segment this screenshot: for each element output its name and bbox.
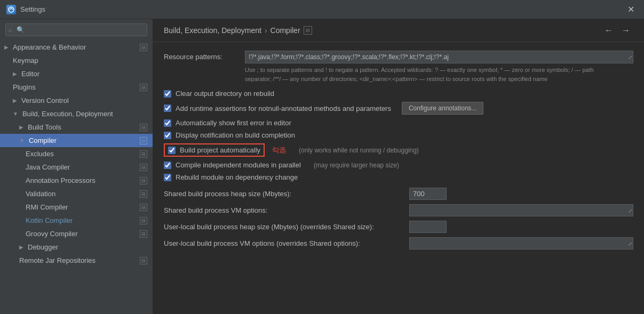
sidebar-item-plugins[interactable]: Plugins ⊟ (0, 80, 153, 94)
sidebar-label-appearance: Appearance & Behavior (13, 43, 86, 51)
sidebar-icon-annotation: ⊟ (140, 177, 147, 184)
expand-arrow-tools: ▶ (19, 124, 23, 130)
sidebar-icon-excludes: ⊟ (140, 150, 147, 158)
expand-arrow-appearance: ▶ (4, 44, 9, 50)
breadcrumb-current: Compiler (271, 26, 300, 35)
shared-heap-input[interactable] (409, 188, 447, 200)
checkbox-build-auto-label: Build project automatically (180, 146, 260, 154)
sidebar-label-keymap: Keymap (13, 57, 38, 65)
app-icon (6, 5, 16, 14)
sidebar-icon-remote-jar: ⊟ (140, 257, 147, 264)
user-vm-expand-icon[interactable]: ⤢ (628, 240, 632, 246)
checkbox-auto-show-input[interactable] (164, 119, 171, 127)
breadcrumb: Build, Execution, Deployment › Compiler … (164, 26, 312, 35)
content-body: Resource patterns: ⤢ Use ; to separate p… (153, 42, 644, 314)
content-header: Build, Execution, Deployment › Compiler … (153, 19, 644, 42)
checkbox-add-runtime-label: Add runtime assertions for notnull-annot… (176, 104, 391, 112)
sidebar-label-editor: Editor (21, 70, 39, 78)
build-auto-annotation: 勾选 (272, 146, 286, 155)
checkbox-rebuild-label: Rebuild module on dependency change (176, 173, 298, 181)
expand-icon[interactable]: ⤢ (628, 54, 632, 60)
nav-arrows: ← → (601, 25, 633, 36)
sidebar-label-excludes: Excludes (26, 150, 54, 158)
forward-button[interactable]: → (618, 25, 633, 36)
shared-vm-input[interactable] (409, 204, 633, 216)
sidebar: ⌕ ▶ Appearance & Behavior ⊟ Keymap ▶ Edi… (0, 19, 153, 314)
configure-annotations-button[interactable]: Configure annotations... (402, 102, 483, 115)
expand-arrow-editor: ▶ (13, 71, 17, 77)
sidebar-item-rmi[interactable]: RMI Compiler ⊟ (0, 200, 153, 214)
sidebar-item-groovy[interactable]: Groovy Compiler ⊟ (0, 227, 153, 240)
resource-patterns-row: Resource patterns: ⤢ (164, 51, 633, 63)
search-box[interactable]: ⌕ (5, 23, 147, 36)
checkbox-rebuild-dependency: Rebuild module on dependency change (164, 173, 633, 181)
shared-vm-expand-icon[interactable]: ⤢ (628, 207, 632, 213)
user-heap-label: User-local build process heap size (Mbyt… (164, 223, 409, 231)
checkbox-rebuild-input[interactable] (164, 174, 171, 181)
breadcrumb-icon: ⊟ (304, 26, 312, 35)
checkbox-auto-show-label: Automatically show first error in editor (176, 119, 291, 127)
sidebar-label-java-compiler: Java Compiler (26, 163, 70, 171)
search-icon: ⌕ (9, 27, 12, 33)
sidebar-icon-kotlin: ⊟ (140, 217, 147, 224)
hint-text: Use ; to separate patterns and ! to nega… (245, 66, 608, 83)
checkbox-clear-output-label: Clear output directory on rebuild (176, 90, 274, 98)
sidebar-item-version-control[interactable]: ▶ Version Control (0, 94, 153, 107)
sidebar-icon-compiler: ⊟ (140, 137, 147, 144)
sidebar-item-compiler[interactable]: ▼ Compiler ⊟ (0, 134, 153, 147)
sidebar-item-debugger[interactable]: ▶ Debugger (0, 240, 153, 254)
user-vm-input-wrap: ⤢ (409, 237, 633, 249)
checkbox-compile-parallel-label: Compile independent modules in parallel (176, 161, 301, 169)
sidebar-item-excludes[interactable]: Excludes ⊟ (0, 147, 153, 160)
sidebar-item-editor[interactable]: ▶ Editor (0, 67, 153, 80)
expand-arrow-vc: ▶ (13, 98, 17, 103)
sidebar-label-plugins: Plugins (13, 83, 36, 91)
sidebar-icon-build-tools: ⊟ (140, 124, 147, 131)
sidebar-icon-java-compiler: ⊟ (140, 164, 147, 171)
sidebar-icon-plugins: ⊟ (140, 84, 147, 91)
content-area: Build, Execution, Deployment › Compiler … (153, 19, 644, 314)
sidebar-item-build-execution[interactable]: ▼ Build, Execution, Deployment (0, 107, 153, 120)
shared-heap-row: Shared build process heap size (Mbytes): (164, 188, 633, 200)
sidebar-item-appearance[interactable]: ▶ Appearance & Behavior ⊟ (0, 41, 153, 54)
checkbox-add-runtime-input[interactable] (164, 104, 171, 112)
sidebar-item-keymap[interactable]: Keymap (0, 54, 153, 67)
sidebar-label-annotation: Annotation Processors (26, 176, 96, 184)
sidebar-item-build-tools[interactable]: ▶ Build Tools ⊟ (0, 120, 153, 134)
back-button[interactable]: ← (601, 25, 616, 36)
checkbox-display-notification: Display notification on build completion (164, 131, 633, 139)
expand-arrow-compiler: ▼ (19, 138, 25, 143)
close-button[interactable]: ✕ (624, 3, 638, 15)
user-heap-input[interactable] (409, 221, 447, 233)
expand-arrow-build: ▼ (13, 111, 18, 117)
user-vm-input[interactable] (409, 237, 633, 249)
checkbox-clear-output-input[interactable] (164, 90, 171, 98)
user-vm-row: User-local build process VM options (ove… (164, 237, 633, 249)
sidebar-label-build-tools: Build Tools (28, 123, 61, 131)
sidebar-icon-appearance: ⊟ (140, 44, 147, 51)
checkbox-compile-parallel: Compile independent modules in parallel … (164, 161, 633, 169)
user-vm-label: User-local build process VM options (ove… (164, 239, 409, 247)
search-input[interactable] (5, 23, 147, 36)
sidebar-item-validation[interactable]: Validation ⊟ (0, 187, 153, 200)
sidebar-label-vc: Version Control (21, 96, 69, 104)
checkbox-display-notification-input[interactable] (164, 132, 171, 139)
checkbox-clear-output: Clear output directory on rebuild (164, 90, 633, 98)
window-title: Settings (20, 5, 45, 13)
sidebar-item-kotlin[interactable]: Kotlin Compiler ⊟ (0, 214, 153, 227)
sidebar-item-remote-jar[interactable]: Remote Jar Repositories ⊟ (0, 254, 153, 267)
sidebar-label-remote-jar: Remote Jar Repositories (19, 256, 96, 264)
sidebar-label-compiler: Compiler (29, 136, 57, 144)
shared-heap-label: Shared build process heap size (Mbytes): (164, 190, 409, 198)
sidebar-item-annotation[interactable]: Annotation Processors ⊟ (0, 174, 153, 187)
shared-vm-input-wrap: ⤢ (409, 204, 633, 216)
sidebar-icon-rmi: ⊟ (140, 204, 147, 211)
breadcrumb-separator: › (265, 26, 267, 35)
checkbox-display-notification-label: Display notification on build completion (176, 131, 295, 139)
sidebar-icon-validation: ⊟ (140, 190, 147, 198)
sidebar-label-build: Build, Execution, Deployment (22, 110, 113, 118)
resource-patterns-input[interactable] (245, 51, 633, 63)
checkbox-compile-parallel-input[interactable] (164, 162, 171, 169)
sidebar-item-java-compiler[interactable]: Java Compiler ⊟ (0, 160, 153, 174)
checkbox-build-auto-input[interactable] (168, 147, 176, 154)
